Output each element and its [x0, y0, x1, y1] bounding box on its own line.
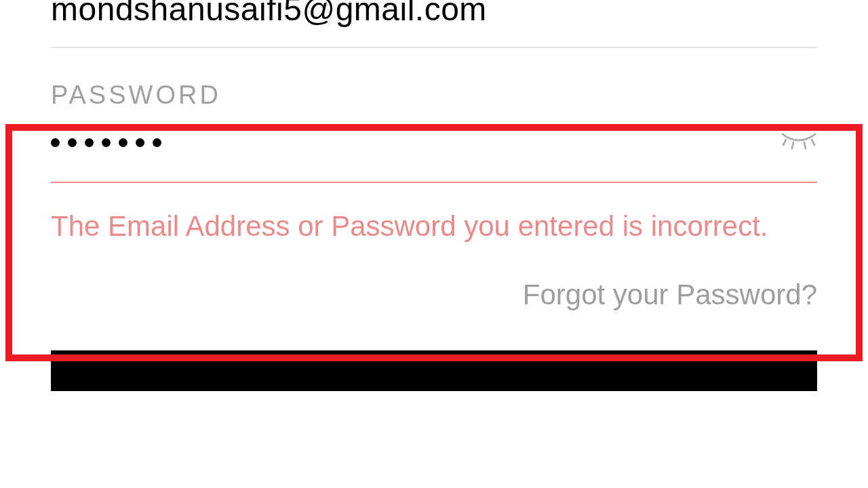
forgot-password-link[interactable]: Forgot your Password? [51, 279, 817, 311]
email-field[interactable]: mondshanusaifi5@gmail.com [51, 0, 817, 48]
password-field[interactable] [51, 130, 817, 183]
svg-line-0 [783, 140, 786, 145]
eye-closed-icon[interactable] [781, 130, 817, 155]
login-button[interactable] [51, 350, 817, 391]
error-message: The Email Address or Password you entere… [51, 206, 817, 247]
password-label: PASSWORD [51, 81, 817, 110]
svg-line-2 [804, 142, 806, 148]
svg-line-1 [792, 142, 793, 148]
password-masked-value [51, 138, 161, 147]
svg-line-3 [812, 140, 814, 145]
